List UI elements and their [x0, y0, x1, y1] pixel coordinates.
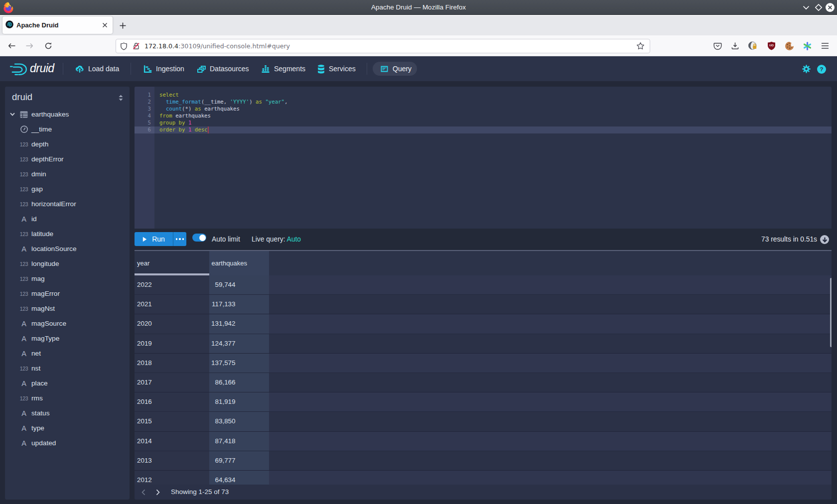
tree-field-magNst[interactable]: 123magNst — [5, 301, 130, 316]
tree-field-latitude[interactable]: 123latitude — [5, 227, 130, 242]
ublock-origin-icon[interactable]: UO — [763, 37, 780, 54]
nav-datasources[interactable]: Datasources — [197, 56, 249, 81]
sql-editor[interactable]: 123456 select time_format(__time, 'YYYY'… — [135, 87, 832, 229]
earthquakes-cell[interactable]: 64,634 — [209, 471, 269, 485]
nav-services[interactable]: Services — [317, 56, 356, 81]
tree-field-horizontalError[interactable]: 123horizontalError — [5, 197, 130, 212]
chevron-down-icon[interactable] — [10, 107, 15, 122]
menu-hamburger-icon[interactable] — [817, 37, 834, 54]
year-cell[interactable]: 2012 — [135, 471, 209, 485]
forward-button[interactable] — [22, 38, 37, 53]
asterisk-extension-icon[interactable] — [799, 37, 816, 54]
tree-field-type[interactable]: Atype — [5, 421, 130, 436]
back-button[interactable] — [4, 38, 19, 53]
cookie-icon[interactable] — [781, 37, 798, 54]
tree-field-id[interactable]: Aid — [5, 212, 130, 227]
column-header-year[interactable]: year — [135, 251, 209, 275]
tree-field-dmin[interactable]: 123dmin — [5, 167, 130, 182]
earthquakes-cell[interactable]: 117,133 — [209, 295, 269, 314]
tree-field-rms[interactable]: 123rms — [5, 391, 130, 406]
window-titlebar[interactable]: Apache Druid — Mozilla Firefox — [0, 0, 837, 15]
nav-segments[interactable]: Segments — [261, 56, 305, 81]
nav-query-active[interactable]: Query — [373, 62, 417, 76]
window-close-button[interactable] — [825, 0, 835, 15]
druid-logo-icon[interactable] — [10, 63, 28, 78]
result-row-2018[interactable]: 2018137,575 — [135, 354, 832, 373]
druid-wordmark[interactable]: druid — [30, 56, 54, 81]
result-row-2016[interactable]: 201681,919 — [135, 392, 832, 412]
tree-field-magType[interactable]: AmagType — [5, 331, 130, 346]
tree-field-gap[interactable]: 123gap — [5, 182, 130, 197]
tree-field-depthError[interactable]: 123depthError — [5, 152, 130, 167]
earthquakes-cell[interactable]: 59,744 — [209, 275, 269, 294]
nav-load-data[interactable]: Load data — [75, 56, 119, 81]
result-row-2015[interactable]: 201583,850 — [135, 412, 832, 431]
extension-privacy-icon[interactable] — [744, 37, 761, 54]
downloads-icon[interactable] — [726, 37, 743, 54]
help-icon[interactable]: ? — [817, 65, 826, 76]
tree-field-net[interactable]: Anet — [5, 346, 130, 361]
result-row-2020[interactable]: 2020131,942 — [135, 314, 832, 334]
tracking-shield-icon[interactable] — [120, 42, 128, 50]
earthquakes-cell[interactable]: 87,418 — [209, 432, 269, 451]
earthquakes-cell[interactable]: 83,850 — [209, 412, 269, 431]
next-page-icon[interactable] — [151, 485, 164, 500]
column-header-earthquakes[interactable]: earthquakes — [209, 251, 269, 275]
tab-close-icon[interactable] — [99, 20, 110, 31]
tree-field-updated[interactable]: Aupdated — [5, 436, 130, 451]
tree-field-mag[interactable]: 123mag — [5, 271, 130, 286]
earthquakes-cell[interactable]: 124,377 — [209, 334, 269, 353]
year-cell[interactable]: 2019 — [135, 334, 209, 353]
schema-name[interactable]: druid — [12, 92, 32, 102]
tree-field-longitude[interactable]: 123longitude — [5, 256, 130, 271]
tree-field-depth[interactable]: 123depth — [5, 137, 130, 152]
result-row-2012[interactable]: 201264,634 — [135, 471, 832, 485]
nav-ingestion[interactable]: Ingestion — [143, 56, 184, 81]
sort-toggle-icon[interactable] — [119, 94, 123, 103]
reload-button[interactable] — [41, 38, 56, 53]
earthquakes-cell[interactable]: 86,166 — [209, 373, 269, 392]
window-maximize-button[interactable] — [814, 0, 824, 15]
year-cell[interactable]: 2013 — [135, 451, 209, 470]
result-row-2017[interactable]: 201786,166 — [135, 373, 832, 392]
year-cell[interactable]: 2018 — [135, 354, 209, 373]
earthquakes-cell[interactable]: 131,942 — [209, 314, 269, 333]
result-row-2014[interactable]: 201487,418 — [135, 432, 832, 451]
tree-field-magError[interactable]: 123magError — [5, 286, 130, 301]
download-results-icon[interactable] — [820, 235, 829, 244]
tree-field-status[interactable]: Astatus — [5, 406, 130, 421]
vertical-scrollbar[interactable] — [830, 278, 832, 347]
window-minimize-button[interactable] — [801, 0, 811, 15]
tab-apache-druid[interactable]: Apache Druid — [2, 16, 113, 34]
earthquakes-cell[interactable]: 137,575 — [209, 354, 269, 373]
insecure-lock-icon[interactable] — [132, 42, 140, 50]
result-row-2022[interactable]: 202259,744 — [135, 275, 832, 295]
year-cell[interactable]: 2021 — [135, 295, 209, 314]
tree-field-locationSource[interactable]: AlocationSource — [5, 242, 130, 256]
earthquakes-cell[interactable]: 81,919 — [209, 392, 269, 411]
run-more-button[interactable] — [173, 232, 186, 246]
run-button-group[interactable]: Run — [135, 232, 186, 246]
earthquakes-cell[interactable]: 69,777 — [209, 451, 269, 470]
tree-field-magSource[interactable]: AmagSource — [5, 316, 130, 331]
year-cell[interactable]: 2022 — [135, 275, 209, 294]
year-cell[interactable]: 2016 — [135, 392, 209, 411]
prev-page-icon[interactable] — [137, 485, 150, 500]
result-row-2013[interactable]: 201369,777 — [135, 451, 832, 471]
bookmark-star-icon[interactable] — [636, 42, 645, 52]
year-cell[interactable]: 2020 — [135, 314, 209, 333]
result-row-2019[interactable]: 2019124,377 — [135, 334, 832, 354]
year-cell[interactable]: 2014 — [135, 432, 209, 451]
url-bar[interactable]: 172.18.0.4:30109/unified-console.html#qu… — [116, 39, 650, 53]
run-button[interactable]: Run — [135, 232, 173, 246]
tree-field-place[interactable]: Aplace — [5, 376, 130, 391]
settings-gear-icon[interactable] — [802, 65, 811, 75]
year-cell[interactable]: 2017 — [135, 373, 209, 392]
auto-limit-toggle[interactable] — [192, 234, 206, 242]
tree-field-__time[interactable]: __time — [5, 122, 130, 137]
tree-datasource-row[interactable]: earthquakes — [5, 107, 130, 122]
pocket-icon[interactable] — [709, 37, 726, 54]
result-row-2021[interactable]: 2021117,133 — [135, 295, 832, 314]
year-cell[interactable]: 2015 — [135, 412, 209, 431]
new-tab-button[interactable] — [116, 19, 129, 32]
